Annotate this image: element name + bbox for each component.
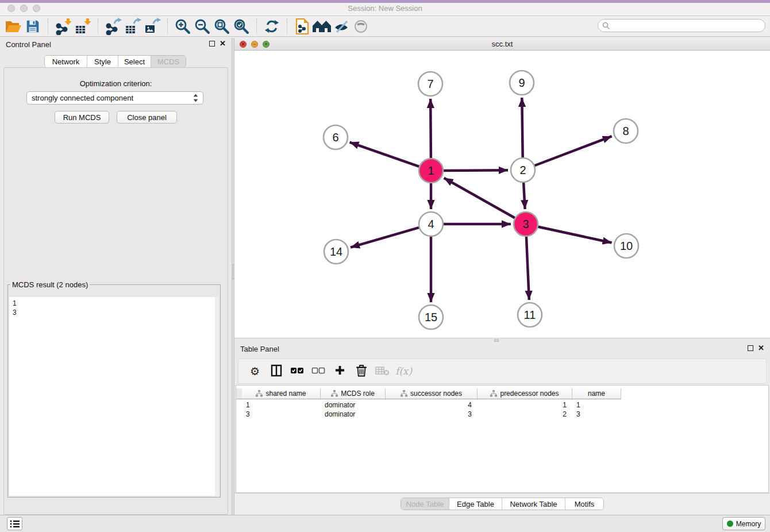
tab-motifs[interactable]: Motifs: [565, 498, 603, 510]
mcds-result-title: MCDS result (2 nodes): [10, 280, 90, 289]
table-toolbar: ⚙f(x): [238, 358, 767, 384]
graph-node-11[interactable]: 11: [518, 303, 542, 327]
close-panel-button[interactable]: Close panel: [117, 111, 177, 124]
memory-button[interactable]: Memory: [722, 517, 765, 530]
table-float-icon[interactable]: [748, 345, 753, 351]
column-header-shared-name[interactable]: shared name: [242, 388, 321, 399]
tab-node-table[interactable]: Node Table: [401, 498, 449, 510]
graph-node-8[interactable]: 8: [614, 119, 638, 143]
tab-network-table[interactable]: Network Table: [502, 498, 565, 510]
tab-network[interactable]: Network: [45, 56, 87, 67]
network-file-icon: [294, 18, 310, 35]
hsplitter-handle[interactable]: [494, 339, 499, 342]
control-panel-tabs: NetworkStyleSelectMCDS: [44, 55, 186, 68]
import-network-button[interactable]: [53, 17, 73, 36]
table-cell: 1: [572, 400, 621, 410]
export-table-button[interactable]: [123, 17, 143, 36]
graph-node-2[interactable]: 2: [511, 158, 535, 182]
table-close-icon[interactable]: ✕: [758, 345, 764, 352]
mcds-result-item: 1: [13, 299, 219, 308]
graph-node-10[interactable]: 10: [614, 234, 638, 258]
result-scrollbar[interactable]: [215, 297, 219, 496]
search-box[interactable]: [598, 19, 765, 32]
column-type-icon: [401, 390, 407, 397]
gear-button[interactable]: ⚙: [244, 361, 265, 381]
zoom-out-button[interactable]: [192, 17, 212, 36]
tab-edge-table[interactable]: Edge Table: [449, 498, 502, 510]
delete-table-icon: [375, 365, 390, 377]
column-header-predecessor-nodes[interactable]: predecessor nodes: [478, 388, 572, 399]
deselect-all-button[interactable]: [308, 361, 329, 381]
show-eye-button[interactable]: [351, 17, 371, 36]
run-mcds-button[interactable]: Run MCDS: [55, 111, 109, 124]
column-header-name[interactable]: name: [572, 388, 621, 399]
import-table-button[interactable]: [73, 17, 93, 36]
search-input[interactable]: [610, 21, 765, 31]
app-title: Session: New Session: [0, 4, 770, 13]
mcds-result-box: MCDS result (2 nodes) 13: [7, 280, 221, 498]
toolbar-separator: [48, 18, 48, 34]
network-file-button[interactable]: [292, 17, 312, 36]
tab-mcds[interactable]: MCDS: [151, 56, 186, 67]
splitter-handle[interactable]: [232, 264, 234, 279]
export-image-icon: [144, 18, 161, 35]
zoom-selected-icon: [233, 18, 250, 35]
delete-row-icon: [356, 364, 367, 379]
criterion-dropdown[interactable]: strongly connected component: [26, 91, 203, 105]
home-button[interactable]: [312, 17, 332, 36]
graph-node-14[interactable]: 14: [324, 240, 348, 264]
node-table[interactable]: shared nameMCDS rolesuccessor nodesprede…: [236, 385, 769, 493]
column-header-label: name: [588, 390, 605, 398]
zoom-fit-button[interactable]: [212, 17, 232, 36]
task-history-button[interactable]: [7, 517, 22, 530]
column-type-icon: [490, 390, 497, 397]
open-folder-button[interactable]: [3, 17, 23, 36]
column-header-successor-nodes[interactable]: successor nodes: [386, 388, 478, 399]
close-panel-icon[interactable]: ✕: [220, 40, 226, 47]
columns-icon: [270, 364, 283, 379]
columns-button[interactable]: [265, 361, 287, 381]
hide-eye-button[interactable]: [332, 17, 351, 36]
refresh-button[interactable]: [262, 17, 282, 36]
memory-status-icon: [727, 521, 733, 527]
add-row-button[interactable]: [329, 361, 351, 381]
zoom-selected-button[interactable]: [232, 17, 251, 36]
main-toolbar-items: [3, 17, 371, 36]
select-all-icon: [290, 366, 305, 377]
control-panel-header: Control Panel ✕: [0, 38, 232, 53]
zoom-in-button[interactable]: [173, 17, 192, 36]
mcds-result-item: 3: [13, 308, 219, 317]
row-gutter: [236, 388, 242, 399]
delete-row-button[interactable]: [351, 361, 372, 381]
column-type-icon: [256, 390, 263, 397]
svg-text:3: 3: [522, 218, 529, 230]
table-row[interactable]: 3dominator323: [236, 410, 621, 419]
dropdown-stepper-icon: [193, 94, 198, 102]
zoom-fit-icon: [213, 18, 230, 35]
graph-node-6[interactable]: 6: [324, 125, 348, 149]
float-panel-icon[interactable]: [209, 41, 215, 47]
graph-node-4[interactable]: 4: [419, 212, 443, 236]
graph-node-1[interactable]: 1: [419, 159, 443, 183]
table-row[interactable]: 1dominator411: [236, 400, 621, 410]
mcds-result-list[interactable]: 13: [9, 297, 219, 496]
graph-node-3[interactable]: 3: [514, 212, 538, 236]
network-table-splitter[interactable]: [234, 338, 770, 342]
graph-node-15[interactable]: 15: [419, 305, 443, 329]
graph-node-9[interactable]: 9: [510, 71, 534, 95]
toolbar-separator: [167, 18, 168, 34]
column-header-MCDS-role[interactable]: MCDS role: [321, 388, 386, 399]
status-bar: Memory: [0, 515, 770, 532]
select-all-button[interactable]: [287, 361, 308, 381]
table-cell: 2: [478, 410, 572, 419]
export-image-button[interactable]: [143, 17, 162, 36]
tab-style[interactable]: Style: [87, 56, 118, 67]
hide-eye-icon: [333, 18, 350, 34]
show-eye-icon: [353, 19, 368, 34]
graph-node-7[interactable]: 7: [418, 72, 442, 96]
export-network-button[interactable]: [103, 17, 123, 36]
save-button[interactable]: [23, 17, 43, 36]
tab-select[interactable]: Select: [118, 56, 151, 67]
network-canvas[interactable]: 7968124314101511: [234, 51, 770, 338]
svg-text:11: 11: [524, 309, 536, 321]
